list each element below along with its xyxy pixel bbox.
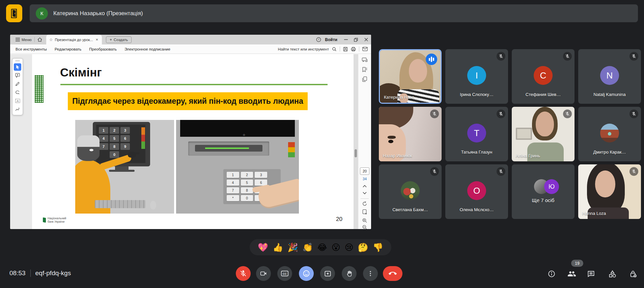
present-button[interactable]: [320, 266, 335, 281]
reaction-emoji-8[interactable]: 👎: [371, 243, 385, 252]
participant-tile[interactable]: Дмитро Карак…: [578, 107, 641, 161]
next-page-icon[interactable]: [363, 192, 367, 194]
participant-tile[interactable]: Аліна Гринь: [512, 107, 575, 161]
end-call-button[interactable]: [383, 266, 402, 281]
search-icon[interactable]: [332, 47, 337, 52]
clock: 08:53: [9, 269, 26, 277]
pdf-home-button[interactable]: [35, 35, 45, 44]
pages-panel-icon[interactable]: [362, 76, 367, 82]
mic-off-icon: [563, 109, 572, 118]
participant-tile[interactable]: Hanna Loza: [578, 164, 641, 219]
more-options-button[interactable]: [363, 266, 378, 281]
chat-button[interactable]: [587, 269, 595, 278]
presentation-title-bar: К Катерина Назарько (Презентація): [30, 4, 638, 22]
tab-close-icon[interactable]: ×: [95, 37, 99, 42]
avatar-initial: N: [600, 66, 619, 85]
mic-off-icon: [497, 167, 505, 176]
help-icon[interactable]: ?: [313, 35, 324, 44]
people-button[interactable]: [567, 269, 576, 278]
meeting-code: eqf-pfdq-kgs: [35, 269, 71, 277]
participant-tile[interactable]: NNatalj Kamunina: [578, 49, 641, 104]
reaction-emoji-6[interactable]: 😢: [343, 243, 356, 252]
reaction-emoji-2[interactable]: 🎉: [285, 243, 300, 252]
pdf-create-button[interactable]: + Создать: [106, 36, 132, 43]
avatar-initial: О: [467, 181, 486, 200]
window-minimize-button[interactable]: [341, 35, 351, 44]
mic-off-button[interactable]: [236, 266, 251, 281]
pdf-document-tab[interactable]: ☆ Презентація до урок... ×: [46, 35, 102, 44]
lasso-tool[interactable]: [14, 89, 21, 96]
mic-off-icon: [430, 167, 439, 176]
participant-tile[interactable]: Катерина Наза…: [379, 49, 442, 104]
print-icon[interactable]: [351, 47, 356, 52]
window-close-button[interactable]: [361, 35, 371, 44]
scrollbar-thumb[interactable]: [355, 149, 357, 157]
keypad-key: 3: [120, 127, 130, 134]
rotate-page-icon[interactable]: [362, 201, 367, 206]
sign-in-button[interactable]: Войти: [325, 37, 337, 42]
reaction-emoji-0[interactable]: 💖: [256, 243, 270, 252]
hamburger-icon: [16, 38, 20, 41]
page-number-input[interactable]: 20: [360, 167, 369, 175]
keypad-key: 5: [110, 135, 119, 142]
comment-tool[interactable]: [14, 72, 21, 79]
title-underline: [60, 84, 328, 85]
reactions-button[interactable]: [299, 266, 314, 281]
meeting-details-button[interactable]: [547, 269, 556, 278]
previous-page-icon[interactable]: [363, 185, 367, 188]
activities-button[interactable]: [608, 269, 617, 278]
video-feed: [517, 129, 531, 138]
participant-tile[interactable]: ООлена Мєлєхо…: [445, 164, 508, 219]
search-label[interactable]: Найти текст или инструмент: [278, 47, 329, 51]
toolbar-esign[interactable]: Электронное подписание: [124, 47, 170, 51]
participant-name: Светлана Бахм…: [379, 207, 442, 212]
mail-icon[interactable]: [362, 47, 368, 51]
draw-tool[interactable]: [14, 80, 21, 88]
comments-panel-icon[interactable]: [362, 58, 368, 63]
captions-button[interactable]: CC: [277, 266, 292, 281]
pdf-tab-bar: Меню ☆ Презентація до урок... × + Создат…: [10, 35, 371, 44]
fill-sign-tool[interactable]: [14, 105, 21, 113]
presentation-title: Катерина Назарько (Презентація): [53, 10, 143, 17]
text-box-tool[interactable]: A: [14, 97, 21, 104]
raise-hand-button[interactable]: [342, 266, 357, 281]
participant-tile[interactable]: ЮЩе 7 осіб: [512, 164, 575, 219]
reaction-emoji-5[interactable]: 😮: [330, 243, 342, 252]
participant-tile[interactable]: ІІрина Слєпоку…: [445, 49, 508, 104]
participant-tile[interactable]: ТТатьяна Глазун: [445, 107, 508, 161]
toolbar-edit[interactable]: Редактировать: [55, 47, 81, 51]
keypad-key: 4: [227, 180, 239, 186]
camera-button[interactable]: [256, 266, 271, 281]
host-controls-button[interactable]: [629, 269, 638, 278]
toolbar-convert[interactable]: Преобразовать: [89, 47, 117, 51]
participant-name: Дмитро Карак…: [578, 150, 641, 155]
monitor-keypad: 1234567890: [99, 127, 130, 158]
reaction-emoji-3[interactable]: 👏: [300, 243, 315, 252]
toolbar-all-tools[interactable]: Все инструменты: [16, 47, 47, 51]
zoom-in-icon[interactable]: [362, 218, 367, 223]
window-restore-button[interactable]: [351, 35, 361, 44]
zoom-out-icon[interactable]: [362, 225, 367, 229]
pdf-menu-button[interactable]: Меню: [13, 35, 34, 44]
keypad-key: *: [227, 195, 239, 201]
participant-tile[interactable]: ССтефания Шев…: [512, 49, 575, 104]
bookmarks-panel-icon[interactable]: [362, 67, 367, 72]
shared-screen-pdf-window: Меню ☆ Презентація до урок... × + Создат…: [10, 35, 371, 229]
reaction-emoji-1[interactable]: 👍: [271, 243, 285, 252]
star-icon[interactable]: ☆: [49, 37, 53, 42]
open-door-icon[interactable]: [6, 4, 22, 22]
video-feed: [536, 111, 554, 136]
select-tool[interactable]: [14, 63, 21, 71]
reaction-emoji-7[interactable]: 🤔: [356, 243, 370, 252]
participant-tile[interactable]: Светлана Бахм…: [379, 164, 442, 219]
page-view-icon[interactable]: [362, 209, 367, 215]
save-icon[interactable]: [343, 47, 348, 52]
participant-tile[interactable]: Назар Иванюк: [379, 107, 442, 161]
svg-text:CC: CC: [283, 273, 287, 276]
svg-text:A: A: [17, 99, 19, 102]
drag-handle[interactable]: [15, 60, 20, 61]
pdf-tool-palette: A: [12, 58, 23, 115]
avatar-initial: Т: [467, 124, 486, 142]
reaction-emoji-4[interactable]: 😂: [315, 243, 329, 252]
participant-name: Natalj Kamunina: [578, 92, 641, 97]
